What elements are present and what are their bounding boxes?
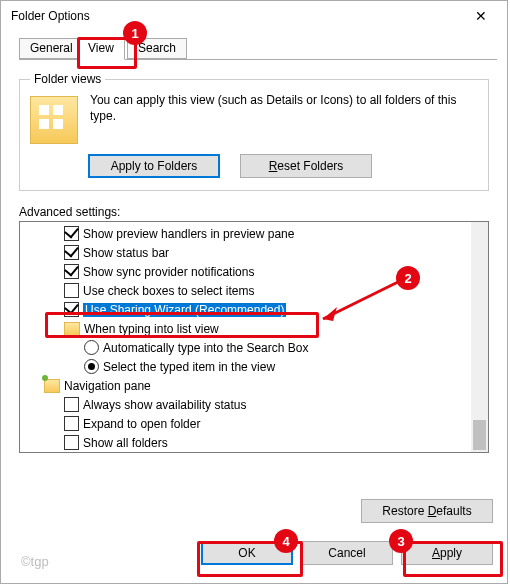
dialog-footer: Restore Defaults OK Cancel Apply ©tgp — [1, 491, 507, 583]
tab-view[interactable]: View — [77, 38, 125, 60]
tab-search[interactable]: Search — [127, 38, 187, 59]
ok-button[interactable]: OK — [201, 541, 293, 565]
restore-defaults-button[interactable]: Restore Defaults — [361, 499, 493, 523]
option-show-sync-notifications[interactable]: Show sync provider notifications — [24, 262, 484, 281]
option-show-all-folders[interactable]: Show all folders — [24, 433, 484, 452]
option-navigation-pane-group[interactable]: Navigation pane — [24, 376, 484, 395]
reset-folders-button[interactable]: Reset Folders — [240, 154, 372, 178]
checkbox-icon — [64, 226, 79, 241]
tab-row: General View Search — [19, 35, 497, 60]
option-select-typed-item[interactable]: Select the typed item in the view — [24, 357, 484, 376]
option-auto-type-search[interactable]: Automatically type into the Search Box — [24, 338, 484, 357]
scrollbar-thumb[interactable] — [473, 420, 486, 450]
navigation-folder-icon — [44, 379, 60, 393]
titlebar: Folder Options ✕ — [1, 1, 507, 31]
folder-views-description: You can apply this view (such as Details… — [90, 92, 478, 124]
folder-icon — [64, 322, 80, 336]
option-use-sharing-wizard[interactable]: Use Sharing Wizard (Recommended) — [24, 300, 484, 319]
window-title: Folder Options — [11, 9, 90, 23]
checkbox-icon — [64, 283, 79, 298]
option-when-typing-group[interactable]: When typing into list view — [24, 319, 484, 338]
checkbox-icon — [64, 302, 79, 317]
tab-general[interactable]: General — [19, 38, 84, 59]
apply-button[interactable]: Apply — [401, 541, 493, 565]
folder-views-legend: Folder views — [30, 72, 105, 86]
option-show-status-bar[interactable]: Show status bar — [24, 243, 484, 262]
checkbox-icon — [64, 397, 79, 412]
option-show-preview-handlers[interactable]: Show preview handlers in preview pane — [24, 224, 484, 243]
cancel-button[interactable]: Cancel — [301, 541, 393, 565]
folder-views-group: Folder views You can apply this view (su… — [19, 72, 489, 191]
option-use-checkboxes[interactable]: Use check boxes to select items — [24, 281, 484, 300]
advanced-settings-inner[interactable]: Show preview handlers in preview pane Sh… — [20, 222, 488, 453]
watermark: ©tgp — [21, 554, 49, 569]
apply-to-folders-button[interactable]: Apply to Folders — [88, 154, 220, 178]
close-button[interactable]: ✕ — [461, 2, 501, 30]
advanced-settings-label: Advanced settings: — [19, 205, 489, 219]
checkbox-icon — [64, 416, 79, 431]
close-icon: ✕ — [475, 8, 487, 24]
checkbox-icon — [64, 245, 79, 260]
option-always-availability[interactable]: Always show availability status — [24, 395, 484, 414]
scrollbar[interactable] — [471, 222, 488, 452]
checkbox-icon — [64, 435, 79, 450]
radio-icon — [84, 340, 99, 355]
option-show-libraries[interactable]: Show libraries — [24, 452, 484, 453]
folder-views-icon — [30, 96, 78, 144]
option-expand-open-folder[interactable]: Expand to open folder — [24, 414, 484, 433]
folder-options-window: Folder Options ✕ General View Search Fol… — [0, 0, 508, 584]
advanced-settings-list: Show preview handlers in preview pane Sh… — [19, 221, 489, 453]
tab-content: Folder views You can apply this view (su… — [1, 60, 507, 453]
radio-icon — [84, 359, 99, 374]
checkbox-icon — [64, 264, 79, 279]
